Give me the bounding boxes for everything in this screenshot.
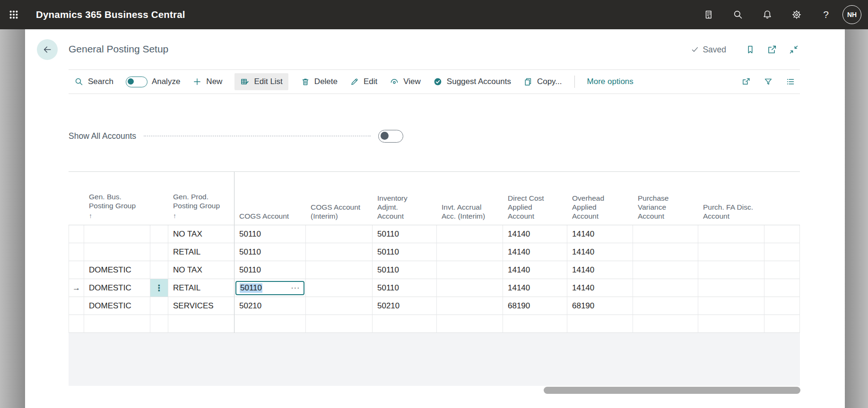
- cell-overhead[interactable]: 14140: [567, 261, 633, 279]
- share-icon[interactable]: [741, 77, 751, 86]
- row-selector-cell[interactable]: [69, 315, 84, 333]
- cell-direct-cost[interactable]: 14140: [503, 243, 567, 261]
- notifications-button[interactable]: [753, 0, 782, 29]
- cell-purch-fa[interactable]: [698, 225, 764, 243]
- cell-purch-fa[interactable]: [698, 315, 764, 333]
- open-in-new-window-icon[interactable]: [767, 44, 777, 55]
- avatar[interactable]: NH: [842, 5, 861, 24]
- cell-purch-fa[interactable]: [698, 243, 764, 261]
- row-selector-cell[interactable]: [69, 261, 84, 279]
- cell-cogs[interactable]: 50110: [234, 261, 306, 279]
- cell-purch-var[interactable]: [633, 315, 698, 333]
- cell-gen-bus[interactable]: [84, 225, 150, 243]
- delete-button[interactable]: Delete: [301, 77, 338, 86]
- table-row[interactable]: RETAIL50110501101414014140: [69, 243, 800, 261]
- column-header-invt-accrual[interactable]: Invt. Accrual Acc. (Interim): [437, 172, 503, 225]
- cell-overhead[interactable]: 14140: [567, 225, 633, 243]
- cell-direct-cost[interactable]: 14140: [503, 225, 567, 243]
- search-list-button[interactable]: Search: [74, 77, 113, 86]
- cell-invt-accrual[interactable]: [437, 261, 503, 279]
- cell-invt-accrual[interactable]: [437, 243, 503, 261]
- app-launcher-button[interactable]: [0, 0, 27, 29]
- cell-gen-prod[interactable]: RETAIL: [168, 279, 234, 297]
- cell-cogs[interactable]: 50210: [234, 297, 306, 315]
- table-row[interactable]: NO TAX50110501101414014140: [69, 225, 800, 243]
- cell-inv-adjmt[interactable]: [373, 315, 437, 333]
- back-button[interactable]: [37, 39, 58, 60]
- cell-cogs-interim[interactable]: [306, 243, 373, 261]
- cell-purch-fa[interactable]: [698, 261, 764, 279]
- search-button[interactable]: [723, 0, 753, 29]
- edit-button[interactable]: Edit: [350, 77, 377, 86]
- column-header-gen-prod[interactable]: Gen. Prod. Posting Group↑: [168, 172, 234, 225]
- cell-invt-accrual[interactable]: [437, 297, 503, 315]
- column-header-overhead[interactable]: Overhead Applied Account: [567, 172, 633, 225]
- more-options-button[interactable]: More options: [587, 77, 634, 86]
- selected-row-indicator[interactable]: →: [69, 279, 84, 297]
- cell-direct-cost[interactable]: 68190: [503, 297, 567, 315]
- bookmark-icon[interactable]: [745, 44, 755, 55]
- cell-cogs[interactable]: [234, 315, 306, 333]
- cell-overhead[interactable]: 14140: [567, 243, 633, 261]
- cell-gen-bus[interactable]: DOMESTIC: [84, 279, 150, 297]
- table-row[interactable]: DOMESTICSERVICES50210502106819068190: [69, 297, 800, 315]
- view-button[interactable]: View: [390, 77, 421, 86]
- cell-purch-var[interactable]: [633, 243, 698, 261]
- settings-button[interactable]: [782, 0, 811, 29]
- cogs-account-edit-field[interactable]: 50110...: [235, 281, 304, 295]
- horizontal-scrollbar-thumb[interactable]: [544, 387, 800, 394]
- show-all-accounts-toggle[interactable]: [378, 130, 403, 143]
- column-header-inv-adjmt[interactable]: Inventory Adjmt. Account: [373, 172, 437, 225]
- cell-inv-adjmt[interactable]: 50210: [373, 297, 437, 315]
- table-row[interactable]: DOMESTICNO TAX50110501101414014140: [69, 261, 800, 279]
- column-header-purch-var[interactable]: Purchase Variance Account: [633, 172, 698, 225]
- column-header-direct-cost[interactable]: Direct Cost Applied Account: [503, 172, 567, 225]
- cell-cogs-interim[interactable]: [306, 315, 373, 333]
- company-button[interactable]: [694, 0, 723, 29]
- cell-invt-accrual[interactable]: [437, 315, 503, 333]
- cell-gen-bus[interactable]: DOMESTIC: [84, 261, 150, 279]
- cell-gen-prod[interactable]: NO TAX: [168, 261, 234, 279]
- cell-purch-fa[interactable]: [698, 297, 764, 315]
- cell-cogs-interim[interactable]: [306, 225, 373, 243]
- cell-overhead[interactable]: 68190: [567, 297, 633, 315]
- cell-gen-bus[interactable]: [84, 315, 150, 333]
- copy-button[interactable]: Copy...: [523, 77, 562, 86]
- suggest-accounts-button[interactable]: Suggest Accounts: [433, 77, 511, 86]
- new-button[interactable]: New: [192, 77, 222, 86]
- cell-direct-cost[interactable]: [503, 315, 567, 333]
- cell-purch-var[interactable]: [633, 261, 698, 279]
- cell-overhead[interactable]: [567, 315, 633, 333]
- cell-direct-cost[interactable]: 14140: [503, 261, 567, 279]
- cell-gen-bus[interactable]: [84, 243, 150, 261]
- table-row[interactable]: →DOMESTIC⋮RETAIL50110...501101414014140: [69, 279, 800, 297]
- column-header-cogs-interim[interactable]: COGS Account (Interim): [306, 172, 373, 225]
- cell-purch-var[interactable]: [633, 279, 698, 297]
- assist-edit-button[interactable]: ...: [291, 284, 300, 288]
- cell-direct-cost[interactable]: 14140: [503, 279, 567, 297]
- column-header-cogs[interactable]: COGS Account: [234, 172, 306, 225]
- cell-gen-prod[interactable]: SERVICES: [168, 297, 234, 315]
- cell-gen-prod[interactable]: [168, 315, 234, 333]
- app-title[interactable]: Dynamics 365 Business Central: [36, 9, 185, 20]
- cell-inv-adjmt[interactable]: 50110: [373, 243, 437, 261]
- cell-cogs-interim[interactable]: [306, 297, 373, 315]
- cell-inv-adjmt[interactable]: 50110: [373, 279, 437, 297]
- cell-invt-accrual[interactable]: [437, 225, 503, 243]
- row-selector-cell[interactable]: [69, 225, 84, 243]
- cell-purch-var[interactable]: [633, 297, 698, 315]
- row-selector-cell[interactable]: [69, 243, 84, 261]
- cell-overhead[interactable]: 14140: [567, 279, 633, 297]
- table-row[interactable]: [69, 315, 800, 333]
- cell-cogs-interim[interactable]: [306, 279, 373, 297]
- cell-invt-accrual[interactable]: [437, 279, 503, 297]
- cell-inv-adjmt[interactable]: 50110: [373, 261, 437, 279]
- cell-inv-adjmt[interactable]: 50110: [373, 225, 437, 243]
- row-selector-cell[interactable]: [69, 297, 84, 315]
- column-header-gen-bus[interactable]: Gen. Bus. Posting Group↑: [84, 172, 150, 225]
- cell-cogs[interactable]: 50110: [234, 225, 306, 243]
- collapse-icon[interactable]: [789, 44, 799, 55]
- column-header-purch-fa[interactable]: Purch. FA Disc. Account: [698, 172, 764, 225]
- cell-gen-prod[interactable]: NO TAX: [168, 225, 234, 243]
- cell-purch-var[interactable]: [633, 225, 698, 243]
